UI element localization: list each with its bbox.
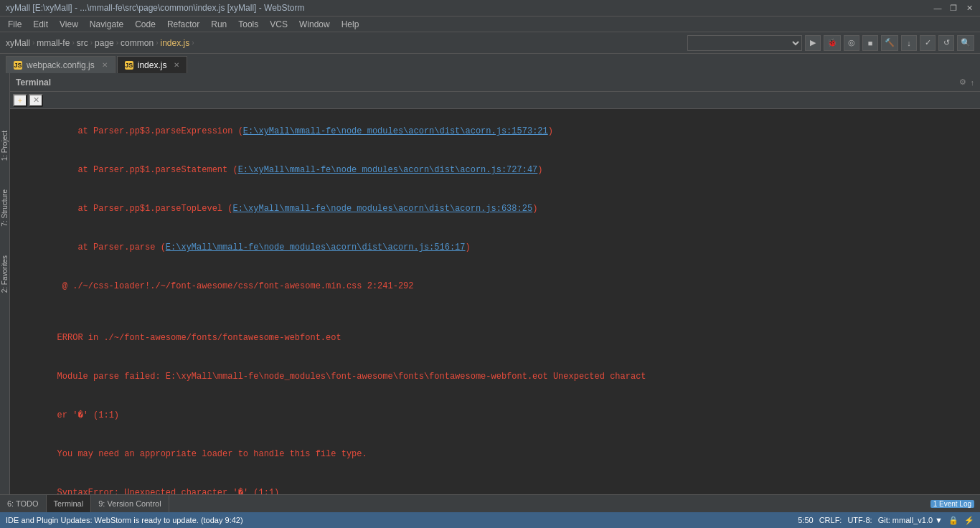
terminal-toolbar: + ✕: [10, 92, 980, 109]
build-button[interactable]: 🔨: [881, 35, 898, 51]
nav-controls: ▶ 🐞 ◎ ■ 🔨 ↓ ✓ ↺ 🔍: [687, 35, 974, 51]
breadcrumb: xyMall › mmall-fe › src › page › common …: [6, 38, 194, 48]
status-update-notice: IDE and Plugin Updates: WebStorm is read…: [6, 516, 243, 524]
menu-refactor[interactable]: Refactor: [162, 18, 204, 31]
coverage-button[interactable]: ◎: [844, 35, 859, 51]
bc-common[interactable]: common: [121, 38, 154, 48]
terminal-controls: ⚙ ↑: [959, 77, 975, 87]
menu-help[interactable]: Help: [336, 18, 364, 31]
term-line-1: at Parser.pp$3.parseExpression (E:\xyMal…: [16, 112, 974, 151]
terminal-area: Terminal ⚙ ↑ + ✕ at Parser.pp$3.parseExp…: [10, 73, 980, 494]
term-line-error3: er '�' (1:1): [16, 396, 974, 435]
tab-label-index: index.js: [138, 60, 167, 70]
menu-code[interactable]: Code: [130, 18, 161, 31]
status-bar: IDE and Plugin Updates: WebStorm is read…: [0, 512, 980, 528]
bottom-tab-terminal[interactable]: Terminal: [47, 495, 92, 512]
term-line-blank: [16, 306, 974, 319]
status-crlf: CRLF:: [819, 516, 842, 524]
bc-page[interactable]: page: [95, 38, 114, 48]
stop-button[interactable]: ■: [862, 35, 878, 51]
tab-label-webpack: webpack.config.js: [27, 60, 95, 70]
bc-xymall[interactable]: xyMall: [6, 38, 30, 48]
bottom-left: 6: TODO Terminal 9: Version Control: [0, 495, 169, 512]
vcs-commit-button[interactable]: ✓: [920, 35, 936, 51]
title-bar: xyMall [E:\xyMall] - ...\mmall-fe\src\pa…: [0, 0, 980, 16]
nav-dropdown[interactable]: [687, 35, 802, 51]
term-line-2: at Parser.pp$1.parseStatement (E:\xyMall…: [16, 151, 974, 189]
bc-src[interactable]: src: [77, 38, 88, 48]
term-line-error2: Module parse failed: E:\xyMall\mmall-fe\…: [16, 357, 974, 396]
menu-file[interactable]: File: [3, 18, 27, 31]
menu-window[interactable]: Window: [294, 18, 335, 31]
term-line-error4: You may need an appropriate loader to ha…: [16, 435, 974, 473]
terminal-title: Terminal: [16, 77, 51, 88]
menu-run[interactable]: Run: [206, 18, 232, 31]
term-line-4: at Parser.parse (E:\xyMall\mmall-fe\node…: [16, 228, 974, 267]
terminal-expand-icon[interactable]: ↑: [971, 78, 975, 87]
close-button[interactable]: ✕: [964, 4, 974, 13]
run-button[interactable]: ▶: [805, 35, 821, 51]
tab-close-webpack[interactable]: ✕: [102, 61, 108, 69]
undo-button[interactable]: ↺: [938, 35, 954, 51]
status-lock-icon: 🔒: [948, 516, 958, 525]
menu-edit[interactable]: Edit: [28, 18, 53, 31]
bc-mmall-fe[interactable]: mmall-fe: [37, 38, 70, 48]
nav-bar: xyMall › mmall-fe › src › page › common …: [0, 32, 980, 53]
term-line-5: @ ./~/css-loader!./~/font-awesome/css/fo…: [16, 267, 974, 306]
bottom-tab-vcs-label: 9: Version Control: [98, 499, 161, 508]
tab-close-index[interactable]: ✕: [174, 61, 179, 69]
menu-bar: File Edit View Navigate Code Refactor Ru…: [0, 16, 980, 32]
bottom-tab-terminal-label: Terminal: [54, 499, 84, 508]
menu-tools[interactable]: Tools: [233, 18, 263, 31]
title-bar-controls: — ❐ ✕: [933, 4, 974, 13]
sidebar-label-favorites[interactable]: 2: Favorites: [1, 255, 9, 293]
menu-view[interactable]: View: [55, 18, 83, 31]
toolbar-close-button[interactable]: ✕: [29, 94, 43, 107]
tab-webpack-config[interactable]: JS webpack.config.js ✕: [6, 56, 116, 73]
status-git: Git: mmall_v1.0 ▼: [878, 516, 943, 524]
term-line-error5: SyntaxError: Unexpected character '�' (1…: [16, 473, 974, 494]
terminal-settings-icon[interactable]: ⚙: [959, 77, 966, 87]
toolbar-add-button[interactable]: +: [13, 94, 27, 107]
terminal-content[interactable]: at Parser.pp$3.parseExpression (E:\xyMal…: [10, 109, 980, 494]
minimize-button[interactable]: —: [933, 4, 943, 13]
sidebar-label-structure[interactable]: 7: Structure: [1, 189, 9, 227]
status-alert-icon: ⚡: [964, 516, 974, 525]
bottom-tabs-bar: 6: TODO Terminal 9: Version Control 1 Ev…: [0, 494, 980, 512]
bottom-tab-vcs[interactable]: 9: Version Control: [91, 495, 169, 512]
title-bar-text: xyMall [E:\xyMall] - ...\mmall-fe\src\pa…: [6, 3, 305, 13]
terminal-header: Terminal ⚙ ↑: [10, 73, 980, 92]
menu-navigate[interactable]: Navigate: [85, 18, 128, 31]
status-encoding: UTF-8:: [847, 516, 872, 524]
tab-icon-index: JS: [125, 61, 133, 70]
event-log-badge[interactable]: 1 Event Log: [930, 500, 974, 508]
bc-indexjs[interactable]: index.js: [160, 38, 189, 48]
maximize-button[interactable]: ❐: [948, 4, 958, 13]
tab-index[interactable]: JS index.js ✕: [117, 56, 188, 73]
bottom-right: 1 Event Log: [930, 500, 980, 508]
tab-icon-webpack: JS: [14, 61, 22, 70]
status-time: 5:50: [798, 516, 813, 524]
menu-vcs[interactable]: VCS: [265, 18, 293, 31]
sidebar-label-project[interactable]: 1: Project: [1, 131, 9, 161]
bottom-tab-todo-label: 6: TODO: [7, 499, 39, 508]
tabs-bar: JS webpack.config.js ✕ JS index.js ✕: [0, 53, 980, 73]
main-area: 1: Project 7: Structure 2: Favorites Ter…: [0, 73, 980, 494]
search-button[interactable]: 🔍: [957, 35, 974, 51]
debug-button[interactable]: 🐞: [824, 35, 841, 51]
bottom-tab-todo[interactable]: 6: TODO: [0, 495, 47, 512]
sidebar-labels: 1: Project 7: Structure 2: Favorites: [0, 73, 10, 494]
term-line-3: at Parser.pp$1.parseTopLevel (E:\xyMall\…: [16, 189, 974, 228]
term-line-error1: ERROR in ./~/font-awesome/fonts/fontawes…: [16, 319, 974, 357]
vcs-update-button[interactable]: ↓: [901, 35, 917, 51]
